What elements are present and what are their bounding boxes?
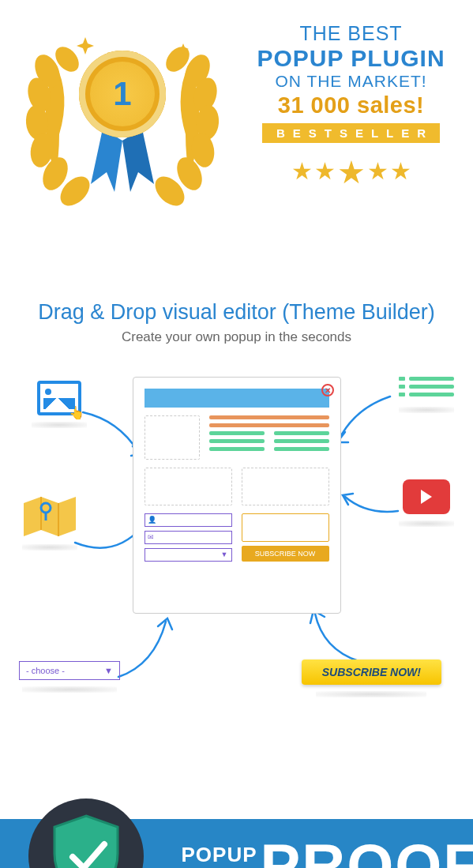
mockup-placeholder-box [242, 468, 329, 505]
mockup-text-line [274, 439, 329, 443]
mockup-placeholder-box [145, 468, 232, 505]
map-widget[interactable] [22, 495, 77, 550]
chevron-down-icon: ▼ [104, 666, 113, 675]
image-icon: 👆 [37, 381, 81, 415]
hero-section: 1 THE BEST POPUP PLUGIN ON THE MARKET! 3… [0, 0, 473, 253]
mockup-text-line [209, 447, 265, 451]
medal-number: 1 [113, 75, 131, 113]
proof-text-big: PROOF [261, 839, 473, 868]
hero-sales-count: 31 000 sales! [237, 92, 465, 118]
proof-section: POPUP BLOCKER PROOF ADVANCED ANTI-BLOCKE… [0, 795, 473, 868]
ribbon-icon [75, 129, 170, 200]
list-icon [399, 377, 454, 400]
list-widget[interactable] [399, 377, 454, 413]
mockup-subscribe-button: SUBSCRIBE NOW [242, 546, 329, 562]
arrow-icon [111, 614, 182, 685]
star-rating: ★ ★ ★ ★ ★ [237, 157, 465, 194]
mockup-name-field: 👤 [145, 513, 232, 527]
popup-mockup: ✕ 👤 ✉ ▼ [133, 377, 341, 614]
arrow-icon [339, 487, 402, 519]
star-icon: ★ [337, 154, 366, 190]
map-icon [24, 495, 76, 538]
award-badge: 1 [12, 16, 233, 221]
star-icon: ★ [314, 157, 336, 194]
editor-title: Drag & Drop visual editor (Theme Builder… [8, 300, 465, 325]
editor-canvas: ✕ 👤 ✉ ▼ [8, 377, 465, 748]
shield-badge-icon [27, 797, 145, 868]
editor-subtitle: Create your own popup in the seconds [8, 329, 465, 345]
star-icon: ★ [390, 157, 411, 194]
bestseller-badge: BESTSELLER [262, 123, 440, 143]
star-icon: ★ [291, 157, 313, 194]
subscribe-widget[interactable]: SUBSCRIBE NOW! [302, 659, 441, 697]
mockup-cta-box [242, 513, 329, 542]
video-icon [403, 479, 450, 514]
hero-line-3: ON THE MARKET! [237, 72, 465, 91]
medal-icon: 1 [79, 51, 166, 137]
mockup-text-line [209, 423, 329, 427]
subscribe-button: SUBSCRIBE NOW! [302, 659, 441, 685]
select-placeholder: - choose - [26, 666, 65, 675]
mockup-text-line [209, 439, 265, 443]
mockup-text-line [209, 415, 329, 419]
mockup-text-line [274, 431, 329, 435]
proof-text-popup: POPUP [150, 844, 257, 866]
hero-line-1: THE BEST [237, 22, 465, 45]
mockup-text-line [274, 447, 329, 451]
close-icon: ✕ [321, 384, 334, 396]
video-widget[interactable] [399, 479, 454, 527]
star-icon: ★ [367, 157, 389, 194]
proof-banner: POPUP BLOCKER PROOF [0, 819, 473, 868]
hero-line-2: POPUP PLUGIN [237, 45, 465, 72]
mockup-email-field: ✉ [145, 531, 232, 544]
mockup-text-line [209, 431, 265, 435]
mockup-header-bar [145, 389, 329, 408]
image-widget[interactable]: 👆 [32, 381, 87, 428]
mockup-select-field: ▼ [145, 548, 232, 562]
select-widget[interactable]: - choose - ▼ [19, 661, 120, 693]
cursor-icon: 👆 [69, 405, 84, 420]
select-dropdown: - choose - ▼ [19, 661, 120, 680]
mockup-placeholder-box [145, 415, 200, 460]
editor-section: Drag & Drop visual editor (Theme Builder… [0, 253, 473, 795]
